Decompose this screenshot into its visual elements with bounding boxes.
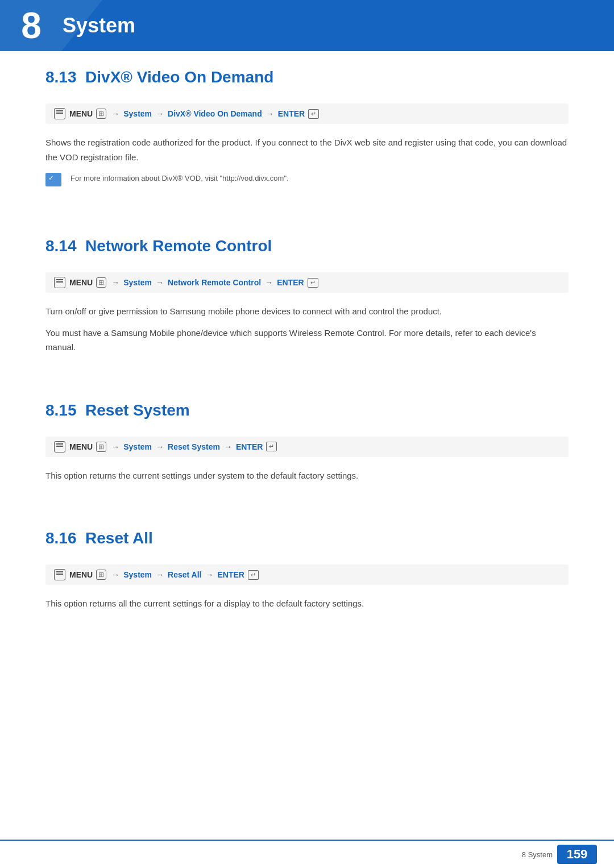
nav-enter-label-2: ENTER [277,278,304,287]
section-8-13: 8.13 DivX® Video On Demand MENU ⊞ → Syst… [45,68,569,209]
section-title-8-15: Reset System [85,401,190,419]
note-box-8-13: For more information about DivX® VOD, vi… [45,173,569,189]
section-8-14: 8.14 Network Remote Control MENU ⊞ → Sys… [45,237,569,373]
nav-path-8-16: MENU ⊞ → System → Reset All → ENTER [45,564,569,585]
note-icon-8-13 [45,173,64,189]
nav-arrow-8: → [156,442,164,451]
section-8-15: 8.15 Reset System MENU ⊞ → System → Rese… [45,401,569,501]
nav-system-label-3: System [123,442,152,451]
footer-page-number: 159 [557,845,597,864]
nav-arrow-2: → [156,109,164,118]
menu-grid-icon-4: ⊞ [96,570,106,580]
nav-arrow-10: → [111,570,119,579]
nav-arrow-7: → [111,442,119,451]
nav-enter-label-3: ENTER [236,442,263,451]
page-footer: 8 System 159 [0,840,614,868]
nav-arrow-1: → [111,109,119,118]
body-text-8-16: This option returns all the current sett… [45,596,569,611]
nav-arrow-9: → [224,442,232,451]
body-text-8-13: Shows the registration code authorized f… [45,135,569,164]
nav-path-8-14: MENU ⊞ → System → Network Remote Control… [45,272,569,293]
menu-grid-icon: ⊞ [96,109,106,119]
nav-menu-label-8-16: MENU [69,570,93,579]
menu-grid-icon-2: ⊞ [96,277,106,288]
nav-menu-label-8-13: MENU [69,109,93,118]
nav-arrow-6: → [265,278,273,287]
menu-grid-icon-3: ⊞ [96,442,106,452]
section-title-8-16: Reset All [85,529,153,547]
section-number-8-14: 8.14 [45,237,77,255]
nav-path-8-15: MENU ⊞ → System → Reset System → ENTER [45,437,569,457]
nav-enter-label-4: ENTER [217,570,244,579]
nav-menu-label-8-15: MENU [69,442,93,451]
section-number-8-15: 8.15 [45,401,77,419]
nav-arrow-5: → [156,278,164,287]
remote-icon-4 [54,569,65,580]
remote-icon [54,108,65,119]
enter-key-icon [308,109,319,119]
section-heading-8-14: 8.14 Network Remote Control [45,237,569,258]
section-number-8-13: 8.13 [45,68,77,86]
nav-system-label-4: System [123,570,152,579]
section-8-16: 8.16 Reset All MENU ⊞ → System → Reset A… [45,529,569,629]
nav-item-divx: DivX® Video On Demand [168,109,262,118]
body-text-8-14-2: You must have a Samsung Mobile phone/dev… [45,326,569,355]
enter-key-icon-4 [248,570,259,580]
remote-icon-2 [54,277,65,288]
nav-arrow-4: → [111,278,119,287]
section-number-8-16: 8.16 [45,529,77,547]
body-text-8-14-1: Turn on/off or give permission to Samsun… [45,304,569,319]
enter-key-icon-2 [308,278,318,288]
section-title-8-13: DivX® Video On Demand [85,68,273,86]
nav-arrow-12: → [205,570,213,579]
nav-menu-label-8-14: MENU [69,278,93,287]
note-text-8-13: For more information about DivX® VOD, vi… [70,173,289,185]
nav-path-8-13: MENU ⊞ → System → DivX® Video On Demand … [45,103,569,124]
nav-item-reset-all: Reset All [168,570,201,579]
enter-key-icon-3 [266,442,277,451]
page-header: 8 System [0,0,614,51]
section-heading-8-13: 8.13 DivX® Video On Demand [45,68,569,89]
remote-icon-3 [54,441,65,452]
note-icon-shape [45,173,61,186]
nav-enter-label: ENTER [278,109,305,118]
nav-item-network: Network Remote Control [168,278,261,287]
nav-system-label: System [123,109,152,118]
section-heading-8-15: 8.15 Reset System [45,401,569,422]
footer-system-label: 8 System [522,850,553,859]
main-content: 8.13 DivX® Video On Demand MENU ⊞ → Syst… [0,51,614,703]
nav-arrow-11: → [156,570,164,579]
nav-system-label-2: System [123,278,152,287]
nav-arrow-3: → [266,109,274,118]
body-text-8-15: This option returns the current settings… [45,468,569,483]
section-heading-8-16: 8.16 Reset All [45,529,569,550]
nav-item-reset-system: Reset System [168,442,220,451]
section-title-8-14: Network Remote Control [85,237,272,255]
